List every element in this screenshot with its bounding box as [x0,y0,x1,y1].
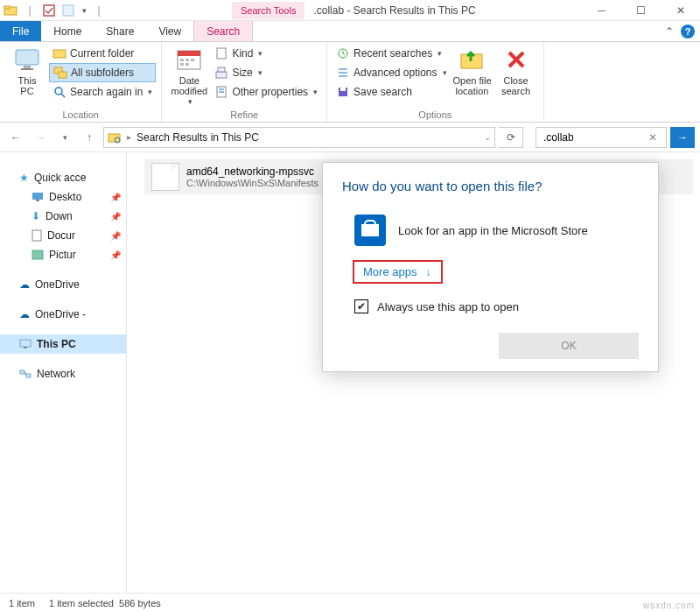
pin-icon: 📌 [110,250,121,260]
nav-quick-access[interactable]: ★ Quick acce [0,168,126,187]
date-modified-button[interactable]: Date modified▾ [167,44,211,107]
more-apps-link[interactable]: More apps ↓ [353,260,443,284]
folder-icon [52,46,66,60]
close-search-label: Close search [501,75,530,96]
this-pc-label: This PC [18,75,37,96]
svg-rect-35 [36,200,39,201]
address-bar-row: ← → ▾ ↑ ▸ Search Results in This PC ⌄ ⟳ … [0,123,700,152]
svg-rect-13 [178,51,200,56]
nav-pictures[interactable]: Pictur📌 [0,245,126,264]
nav-documents[interactable]: Docur📌 [0,226,126,245]
clear-search-icon[interactable]: ✕ [645,131,661,144]
pictures-icon [32,250,44,260]
date-modified-label: Date modified [172,75,208,96]
svg-rect-41 [26,374,31,377]
address-bar[interactable]: ▸ Search Results in This PC ⌄ [103,127,495,148]
this-pc-button[interactable]: This PC [5,44,49,102]
group-refine: Date modified▾ Kind▾ Size▾ Other propert… [162,42,327,122]
window-title: .collab - Search Results in This PC [313,4,475,17]
recent-locations-button[interactable]: ▾ [54,127,75,148]
open-with-dialog: How do you want to open this file? Look … [322,162,659,372]
qat-dropdown-icon[interactable]: ▾ [82,6,87,15]
svg-point-10 [55,88,62,95]
svg-rect-9 [59,72,66,78]
help-icon[interactable]: ? [681,25,695,39]
cloud-icon: ☁ [19,308,30,320]
tab-file[interactable]: File [0,21,41,41]
size-button[interactable]: Size▾ [211,63,321,82]
chevron-down-icon: ▾ [258,68,262,77]
search-input[interactable] [542,130,645,144]
close-button[interactable]: ✕ [661,0,700,21]
chevron-down-icon: ▾ [148,88,152,96]
nav-this-pc[interactable]: This PC [0,334,126,354]
current-folder-label: Current folder [70,47,134,60]
tab-view[interactable]: View [146,21,193,41]
svg-rect-16 [191,59,194,61]
calendar-icon [175,46,203,74]
tab-home[interactable]: Home [41,21,94,41]
search-again-button[interactable]: Search again in ▾ [49,82,156,102]
svg-rect-34 [32,193,43,200]
chevron-down-icon: ▾ [258,49,262,58]
search-icon [52,85,66,99]
maximize-button[interactable]: ☐ [621,0,661,21]
blank-box-icon[interactable] [61,4,75,18]
search-go-button[interactable]: → [670,127,695,148]
back-button[interactable]: ← [5,127,26,148]
nav-onedrive-1[interactable]: ☁ OneDrive [0,275,126,294]
tab-help-area: ⌃ ? [665,21,700,41]
tab-search[interactable]: Search [193,21,253,41]
forward-button[interactable]: → [30,127,51,148]
document-icon [32,229,42,242]
open-file-location-button[interactable]: Open file location [451,44,494,102]
checkbox-icon[interactable] [42,4,56,18]
up-button[interactable]: ↑ [79,127,100,148]
nav-desktop[interactable]: Deskto📌 [0,187,126,207]
tab-share[interactable]: Share [94,21,146,41]
breadcrumb-item[interactable]: Search Results in This PC [136,131,259,144]
search-box[interactable]: ✕ [536,127,667,148]
chevron-right-icon[interactable]: ▸ [127,132,131,142]
advanced-options-button[interactable]: Advanced options▾ [332,63,450,82]
store-option[interactable]: Look for an app in the Microsoft Store [342,209,639,260]
nav-onedrive-2[interactable]: ☁ OneDrive - [0,305,126,324]
window-controls: ─ ☐ ✕ [582,0,700,21]
arrow-down-icon: ↓ [425,266,430,278]
svg-rect-39 [24,347,27,348]
minimize-button[interactable]: ─ [582,0,621,21]
chevron-down-icon[interactable]: ⌄ [484,132,491,142]
ribbon-collapse-icon[interactable]: ⌃ [665,25,674,38]
desktop-icon [32,192,44,202]
kind-button[interactable]: Kind▾ [211,44,321,63]
folder-icon [4,4,18,18]
refresh-button[interactable]: ⟳ [499,127,523,148]
search-results-icon [108,130,122,144]
svg-rect-40 [20,370,24,374]
always-use-row[interactable]: ✔ Always use this app to open [342,299,639,313]
save-search-button[interactable]: Save search [332,82,450,102]
pin-icon: 📌 [110,193,121,202]
titlebar: | ▾ | Search Tools .collab - Search Resu… [0,0,700,21]
checkbox-icon[interactable]: ✔ [354,299,368,313]
recent-searches-button[interactable]: Recent searches▾ [332,44,450,63]
other-properties-button[interactable]: Other properties▾ [211,82,321,102]
svg-rect-18 [186,63,189,66]
nav-label: This PC [37,338,76,350]
network-icon [19,369,32,379]
divider-icon: | [92,4,106,18]
ok-button[interactable]: OK [499,333,639,359]
close-x-icon [502,46,530,74]
watermark: wsxdn.com [643,601,695,610]
nav-network[interactable]: Network [0,364,126,383]
chevron-down-icon: ▾ [438,49,442,58]
list-icon [336,66,350,80]
file-text: amd64_networking-mpssvc C:\Windows\WinSx… [186,165,318,188]
current-folder-button[interactable]: Current folder [49,44,156,63]
close-search-button[interactable]: Close search [494,44,538,102]
nav-downloads[interactable]: ⬇ Down📌 [0,207,126,226]
chevron-down-icon: ▾ [443,68,447,77]
all-subfolders-button[interactable]: All subfolders [49,63,156,82]
nav-label: Down [46,210,73,222]
search-again-label: Search again in [70,86,143,98]
